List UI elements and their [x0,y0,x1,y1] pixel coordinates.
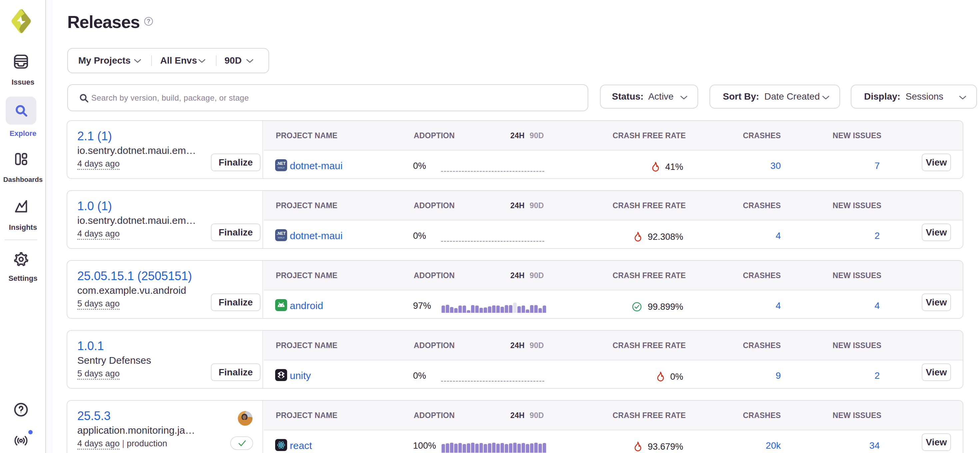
svg-text:MAUI: MAUI [278,236,285,239]
svg-text:.NET: .NET [277,161,286,166]
svg-text:.NET: .NET [277,231,286,236]
svg-text:MAUI: MAUI [278,166,285,169]
